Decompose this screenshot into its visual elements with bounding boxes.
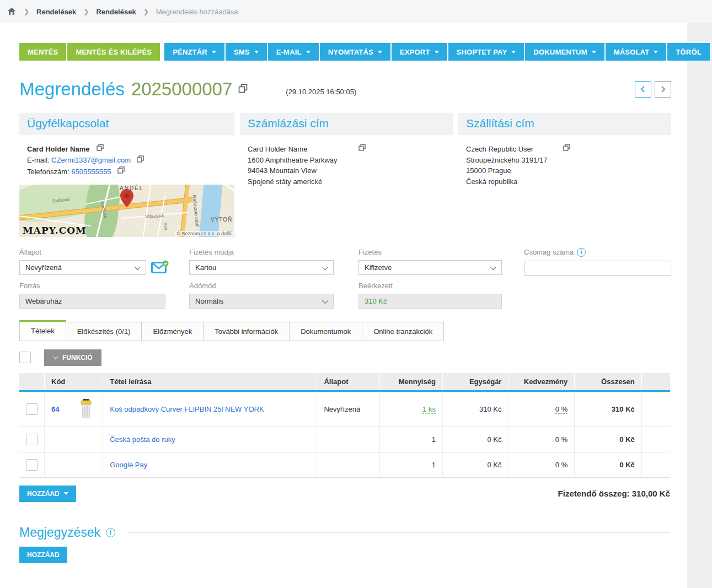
tax-mode-select[interactable]: Normális (189, 294, 334, 309)
copy-customer-name-icon[interactable] (96, 143, 104, 155)
tab-tovabbi-informaciok[interactable]: További információk (204, 322, 290, 341)
section-divider (129, 532, 670, 533)
source-field: Webáruház (19, 294, 165, 309)
chevron-down-icon (592, 51, 596, 53)
total-amount: Fizetendő összeg: 310,00 Kč (558, 489, 670, 498)
delete-button[interactable]: TÖRÖL (667, 43, 710, 61)
unit-price-cell: 0 Kč (442, 427, 508, 452)
map-label-svornosti: Svo (162, 222, 169, 230)
map-label-vyton: VÝTOŇ (211, 217, 232, 223)
customer-phone-link[interactable]: 6505555555 (71, 168, 111, 176)
billing-line2: 94043 Mountain View (248, 165, 445, 176)
breadcrumb-item-rendelesek-2[interactable]: Rendelések (96, 8, 136, 16)
product-code-link[interactable]: 64 (51, 405, 59, 413)
package-number-info-icon[interactable]: i (577, 248, 586, 257)
header-checkbox-col (19, 373, 45, 391)
order-timestamp: (29.10.2025 16:50:05) (286, 88, 356, 96)
chevron-down-icon (511, 51, 516, 53)
header-discount: Kedvezmény (508, 373, 575, 391)
row-checkbox[interactable] (26, 434, 38, 445)
map-attribution: © Seznam.cz a.s. a další (175, 231, 233, 236)
breadcrumb-separator: ❯ (24, 8, 29, 15)
function-button[interactable]: FUNKCIÓ (44, 349, 101, 366)
header-code: Kód (45, 373, 72, 391)
notes-info-icon[interactable]: i (106, 528, 115, 537)
tab-elozmenyek[interactable]: Előzmények (142, 322, 204, 341)
copy-order-number-icon[interactable] (238, 83, 248, 96)
save-button[interactable]: MENTÉS (19, 43, 66, 61)
unit-price-cell: 0 Kč (442, 452, 508, 477)
send-status-email-icon[interactable] (151, 260, 169, 275)
quantity-cell: 1 (380, 427, 443, 452)
map-pin-icon (120, 189, 134, 209)
copy-email-icon[interactable] (136, 155, 144, 166)
package-number-input[interactable] (524, 261, 671, 276)
header-total: Összesen (575, 373, 642, 391)
row-checkbox[interactable] (26, 403, 38, 415)
product-thumbnail[interactable] (79, 412, 93, 420)
select-all-checkbox[interactable] (19, 352, 31, 363)
order-tabs: Tételek Előkészítés (0/1) Előzmények Tov… (19, 322, 671, 341)
payment-method-select[interactable]: Kartou (189, 260, 334, 275)
copy-billing-address-icon[interactable] (358, 143, 366, 155)
map-provider-logo: MAPY.COM (23, 225, 87, 236)
header-description: Tétel leírása (103, 373, 317, 391)
copy-phone-icon[interactable] (117, 166, 125, 177)
tab-elokeszites[interactable]: Előkészítés (0/1) (66, 322, 142, 341)
copy-shipping-address-icon[interactable] (563, 143, 571, 155)
payment-item-link[interactable]: Google Pay (110, 461, 147, 469)
customer-email-link[interactable]: CZermi1337@gmail.com (51, 156, 131, 164)
customer-section: Ügyfélkapcsolat Card Holder Name E-mail:… (19, 113, 234, 237)
toolbar: MENTÉS MENTÉS ÉS KILÉPÉS PÉNZTÁR SMS E-M… (19, 43, 671, 61)
discount-cell: 0 % (508, 427, 575, 452)
email-label: E-mail: (27, 156, 49, 164)
row-checkbox[interactable] (26, 459, 38, 471)
copy-order-button[interactable]: MÁSOLAT (606, 43, 667, 61)
shipping-item-link[interactable]: Česká pošta do ruky (110, 435, 175, 444)
chevron-down-icon (435, 51, 439, 53)
export-button[interactable]: EXPORT (392, 43, 447, 61)
chevron-down-icon (306, 51, 311, 53)
add-item-button[interactable]: HOZZÁAD (19, 485, 76, 502)
penztar-button[interactable]: PÉNZTÁR (164, 43, 224, 61)
shipping-name: Czech Republic User (466, 144, 533, 155)
email-button[interactable]: E-MAIL (268, 43, 319, 61)
save-and-exit-button[interactable]: MENTÉS ÉS KILÉPÉS (67, 43, 160, 61)
customer-section-title: Ügyfélkapcsolat (19, 113, 234, 135)
previous-order-button[interactable] (635, 81, 651, 98)
quantity-editable[interactable]: 1 ks (422, 405, 436, 414)
map-river (199, 185, 222, 237)
product-name-link[interactable]: Koš odpadkový Curver FLIPBIN 25l NEW YOR… (110, 405, 264, 413)
document-button[interactable]: DOKUMENTUM (525, 43, 604, 61)
map-road (179, 185, 190, 237)
map-label-rasinovo: Rašínovo nábř. (191, 195, 200, 229)
shipping-line1: Stroupežnického 3191/17 (466, 155, 663, 166)
print-button[interactable]: NYOMTATÁS (320, 43, 390, 61)
sms-button[interactable]: SMS (226, 43, 267, 61)
payment-status-select[interactable]: Kifizetve (358, 260, 502, 275)
tax-mode-label: Adómód (189, 282, 334, 290)
shipping-section-title: Szállítási cím (458, 113, 671, 135)
header-unit-price: Egységár (442, 373, 508, 391)
chevron-down-icon (212, 51, 216, 53)
phone-label: Telefonszám: (27, 168, 69, 176)
tab-online-tranzakciok[interactable]: Online tranzakciók (362, 322, 444, 341)
next-order-button[interactable] (655, 81, 671, 98)
tab-dokumentumok[interactable]: Dokumentumok (290, 322, 362, 341)
customer-address-map[interactable]: ANDĚL Duškova Radlická Vltavská Svo Raší… (19, 185, 234, 237)
breadcrumb-item-rendelesek-1[interactable]: Rendelések (36, 8, 76, 16)
shoptet-pay-button[interactable]: SHOPTET PAY (448, 43, 524, 61)
chevron-down-icon (53, 354, 58, 359)
discount-editable[interactable]: 0 % (555, 405, 568, 414)
home-icon[interactable] (7, 7, 17, 17)
chevron-down-icon (490, 263, 496, 269)
add-note-button[interactable]: HOZZÁAD (19, 547, 67, 563)
chevron-down-icon (135, 263, 141, 269)
breadcrumb-separator: ❯ (143, 8, 149, 15)
status-select[interactable]: Nevyřízená (19, 260, 146, 275)
source-label: Forrás (19, 282, 189, 290)
table-row-shipping: Česká pošta do ruky 1 0 Kč 0 % 0 Kč (19, 427, 670, 452)
unit-price-cell: 310 Kč (442, 391, 508, 427)
header-status: Állapot (317, 373, 380, 391)
tab-tetelek[interactable]: Tételek (19, 320, 66, 341)
